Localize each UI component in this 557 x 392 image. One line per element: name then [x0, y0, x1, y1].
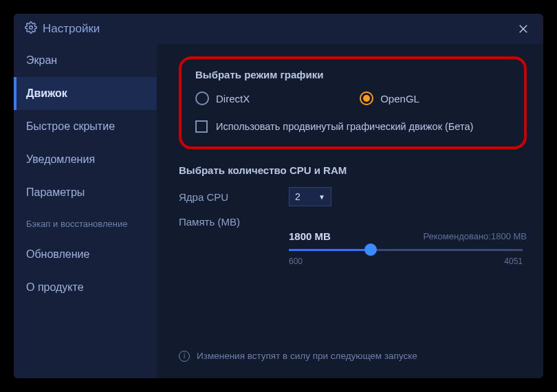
sidebar-item-backup[interactable]: Бэкап и восстановление: [14, 209, 157, 238]
sidebar-item-label: О продукте: [26, 281, 84, 294]
sidebar: Экран Движок Быстрое скрытие Уведомления…: [14, 44, 157, 378]
slider-max: 4051: [504, 257, 523, 266]
radio-circle-icon: [195, 91, 209, 105]
select-value: 2: [295, 191, 301, 202]
slider-fill: [289, 249, 371, 251]
section-title: Выбрать режим графики: [195, 69, 510, 80]
titlebar: Настройки: [14, 14, 543, 44]
sidebar-item-label: Обновление: [26, 248, 89, 261]
sidebar-item-update[interactable]: Обновление: [14, 238, 157, 271]
sidebar-item-label: Экран: [26, 54, 57, 67]
info-icon: i: [179, 351, 190, 362]
chevron-down-icon: ▼: [318, 193, 325, 201]
slider-thumb[interactable]: [364, 243, 377, 256]
main-panel: Выбрать режим графики DirectX OpenGL Исп…: [157, 44, 543, 378]
sidebar-item-notifications[interactable]: Уведомления: [14, 143, 157, 176]
sidebar-item-engine[interactable]: Движок: [14, 77, 157, 110]
close-button[interactable]: [514, 20, 532, 38]
cores-label: Ядра CPU: [179, 191, 289, 203]
sidebar-item-label: Параметры: [26, 186, 85, 199]
sidebar-item-screen[interactable]: Экран: [14, 44, 157, 77]
section-title: Выбрать количество CPU и RAM: [179, 164, 527, 176]
memory-value: 1800 MB: [289, 230, 331, 242]
cores-select[interactable]: 2 ▼: [289, 187, 331, 206]
sidebar-item-label: Уведомления: [26, 153, 95, 166]
checkbox-advanced-engine[interactable]: Использовать продвинутый графический дви…: [195, 120, 510, 133]
settings-window: Настройки Экран Движок Быстрое скрытие У…: [14, 14, 543, 378]
sidebar-item-label: Быстрое скрытие: [26, 120, 115, 133]
sidebar-item-quick-hide[interactable]: Быстрое скрытие: [14, 110, 157, 143]
checkbox-label: Использовать продвинутый графический дви…: [216, 121, 473, 132]
memory-slider[interactable]: 600 4051: [289, 249, 527, 266]
radio-circle-icon: [360, 91, 373, 105]
memory-label: Память (MB): [179, 216, 289, 228]
graphics-mode-section: Выбрать режим графики DirectX OpenGL Исп…: [179, 56, 527, 149]
checkbox-box-icon: [195, 120, 208, 133]
sidebar-item-parameters[interactable]: Параметры: [14, 176, 157, 209]
svg-point-0: [30, 25, 33, 29]
radio-opengl[interactable]: OpenGL: [360, 91, 419, 105]
radio-label: OpenGL: [380, 93, 419, 105]
note-text: Изменения вступят в силу при следующем з…: [197, 349, 417, 363]
radio-directx[interactable]: DirectX: [195, 91, 250, 105]
restart-note: i Изменения вступят в силу при следующем…: [179, 349, 417, 363]
memory-recommended: Рекомендовано:1800 MB: [423, 231, 527, 241]
sidebar-item-about[interactable]: О продукте: [14, 271, 157, 304]
sidebar-item-label: Движок: [26, 87, 67, 100]
slider-track: [289, 249, 523, 251]
slider-min: 600: [289, 257, 303, 266]
window-title: Настройки: [43, 22, 100, 36]
radio-label: DirectX: [216, 93, 250, 105]
sidebar-item-label: Бэкап и восстановление: [26, 219, 127, 229]
gear-icon: [25, 21, 37, 37]
